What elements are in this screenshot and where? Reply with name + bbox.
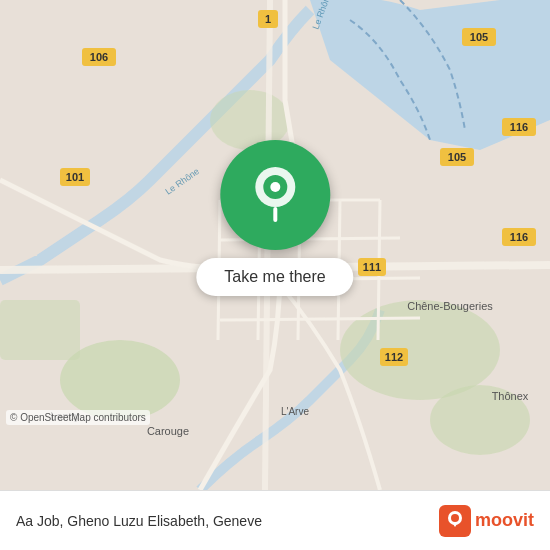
take-me-there-button[interactable]: Take me there bbox=[196, 258, 353, 296]
popup-card: Take me there bbox=[196, 140, 353, 296]
moovit-pin-icon bbox=[439, 505, 471, 537]
svg-text:106: 106 bbox=[90, 51, 108, 63]
svg-text:105: 105 bbox=[448, 151, 466, 163]
svg-text:111: 111 bbox=[363, 261, 381, 273]
svg-text:101: 101 bbox=[66, 171, 84, 183]
svg-rect-4 bbox=[0, 300, 80, 360]
svg-text:116: 116 bbox=[510, 121, 528, 133]
svg-point-48 bbox=[451, 514, 459, 522]
svg-text:116: 116 bbox=[510, 231, 528, 243]
svg-line-11 bbox=[220, 318, 420, 320]
moovit-logo: moovit bbox=[439, 505, 534, 537]
info-bar: Aa Job, Gheno Luzu Elisabeth, Geneve moo… bbox=[0, 490, 550, 550]
svg-text:105: 105 bbox=[470, 31, 488, 43]
location-circle bbox=[220, 140, 330, 250]
moovit-label: moovit bbox=[475, 510, 534, 531]
location-text: Aa Job, Gheno Luzu Elisabeth, Geneve bbox=[16, 513, 262, 529]
svg-point-45 bbox=[270, 182, 280, 192]
svg-point-2 bbox=[340, 300, 500, 400]
svg-text:L'Arve: L'Arve bbox=[281, 406, 309, 417]
svg-text:Carouge: Carouge bbox=[147, 425, 189, 437]
svg-text:Chêne-Bougeries: Chêne-Bougeries bbox=[407, 300, 493, 312]
svg-text:1: 1 bbox=[265, 13, 271, 25]
svg-text:Thônex: Thônex bbox=[492, 390, 529, 402]
map-container: 106 1 105 101 105 116 116 111 112 Le Rhô… bbox=[0, 0, 550, 490]
pin-icon bbox=[250, 165, 300, 225]
svg-text:112: 112 bbox=[385, 351, 403, 363]
osm-attribution: © OpenStreetMap contributors bbox=[6, 410, 150, 425]
